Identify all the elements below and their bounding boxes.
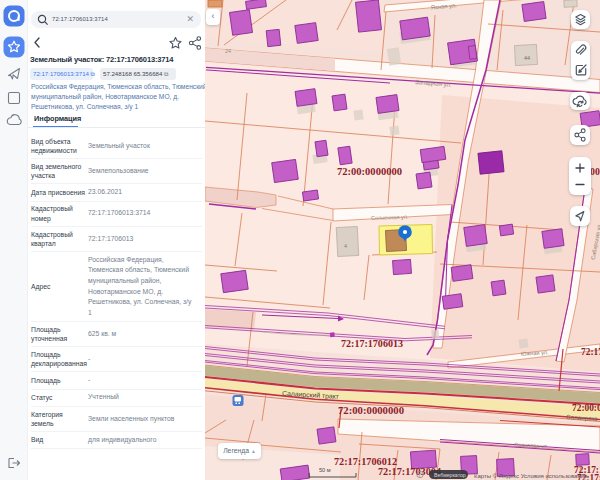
svg-text:Вебмеркатор: Вебмеркатор xyxy=(434,472,466,478)
svg-text:72:00:0: 72:00:0 xyxy=(572,403,600,413)
svg-text:72:00:0000000: 72:00:0000000 xyxy=(337,166,402,177)
svg-text:i: i xyxy=(419,472,420,478)
svg-text:4: 4 xyxy=(344,243,347,249)
svg-text:Карты © Яндекс Условия испол: Карты © Яндекс Условия использования xyxy=(474,473,587,479)
svg-text:72:00:0000000: 72:00:0000000 xyxy=(338,405,404,416)
svg-text:44: 44 xyxy=(524,55,530,61)
svg-text:72:17: 72:17 xyxy=(581,347,600,357)
svg-text:00:0: 00:0 xyxy=(590,166,600,177)
svg-text:50 м: 50 м xyxy=(319,467,331,473)
svg-text:72:17:1706012: 72:17:1706012 xyxy=(334,457,397,467)
svg-text:24: 24 xyxy=(225,48,231,54)
svg-text:72:17:1706013: 72:17:1706013 xyxy=(341,338,403,349)
